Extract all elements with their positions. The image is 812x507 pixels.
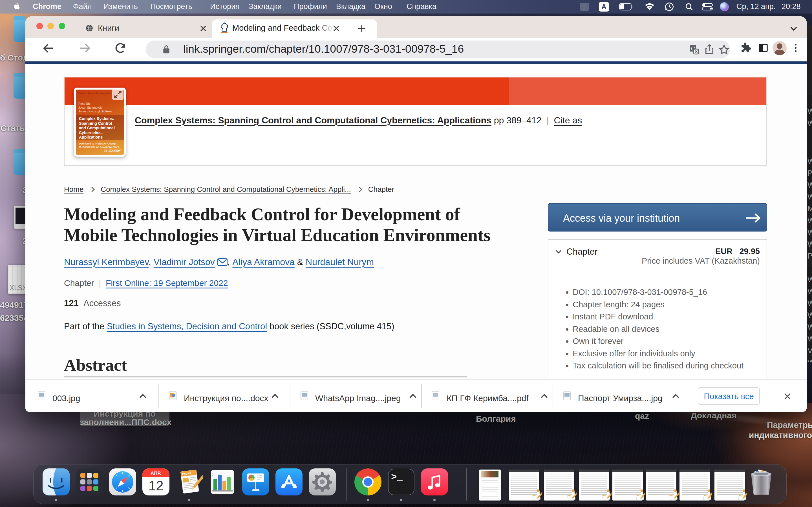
svg-text:12: 12 <box>148 478 163 493</box>
svg-text:АПР.: АПР. <box>151 471 161 476</box>
svg-text:>_: >_ <box>391 472 403 483</box>
